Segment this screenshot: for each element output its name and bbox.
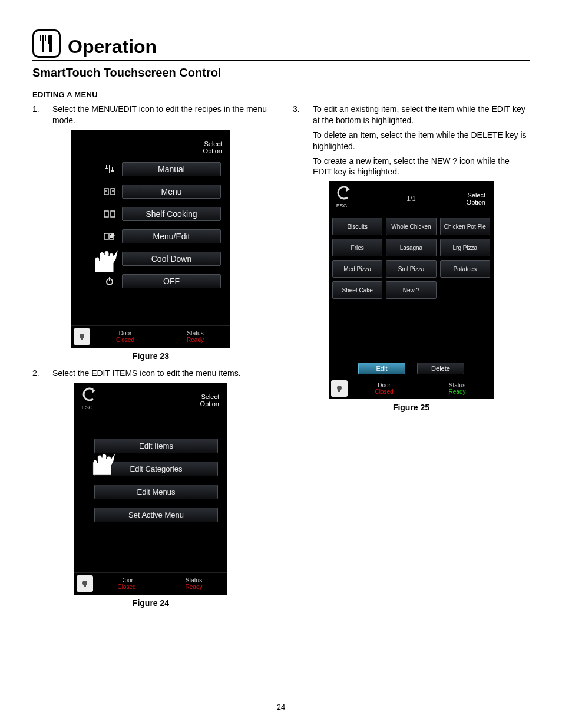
select-label-1: Select <box>203 140 222 147</box>
figure-25-caption: Figure 25 <box>293 403 530 412</box>
item-whole-chicken[interactable]: Whole Chicken <box>386 218 436 235</box>
menu-edit-icon <box>103 231 116 242</box>
pointing-hand-icon <box>87 446 112 471</box>
svg-rect-1 <box>42 35 44 41</box>
light-icon[interactable] <box>331 380 348 397</box>
subtitle: SmartTouch Touchscreen Control <box>32 66 530 80</box>
status-status: Status Ready <box>160 330 230 343</box>
select-option-label: Select Option <box>467 192 485 206</box>
status-label: Status <box>160 330 230 337</box>
menu-row[interactable]: Menu <box>103 185 221 199</box>
item-biscuits[interactable]: Biscuits <box>332 218 382 235</box>
item-sml-pizza[interactable]: Sml Pizza <box>386 260 436 278</box>
svg-point-21 <box>80 334 84 338</box>
item-potatoes[interactable]: Potatoes <box>440 260 490 278</box>
step-3c: To create a new item, select the NEW ? i… <box>293 156 530 178</box>
svg-rect-8 <box>111 170 114 172</box>
svg-rect-17 <box>104 233 108 239</box>
menu-edit-button[interactable]: Menu/Edit <box>122 229 221 243</box>
step-num: 2. <box>32 368 43 379</box>
door-label: Door <box>90 330 160 337</box>
esc-label: ESC <box>333 203 350 209</box>
item-lasagna[interactable]: Lasagna <box>386 239 436 256</box>
status-label: Status <box>421 382 494 388</box>
status-value: Ready <box>421 388 494 395</box>
select-label-2: Option <box>203 147 222 154</box>
item-new[interactable]: New ? <box>386 281 436 299</box>
status-status: Status Ready <box>160 577 227 590</box>
door-value: Closed <box>93 584 160 590</box>
step-3b: To delete an Item, select the item while… <box>293 130 530 152</box>
menu-edit-row[interactable]: Menu/Edit <box>103 229 221 243</box>
page-footer: 24 <box>32 699 530 711</box>
edit-tab[interactable]: Edit <box>358 363 405 374</box>
delete-tab[interactable]: Delete <box>417 363 464 374</box>
status-value: Ready <box>160 584 227 590</box>
step-text: Select the MENU/EDIT icon to edit the re… <box>52 104 269 126</box>
two-column-layout: 1. Select the MENU/EDIT icon to edit the… <box>32 104 530 615</box>
esc-label: ESC <box>79 404 95 410</box>
door-status: Door Closed <box>90 330 160 343</box>
status-bar: Door Closed Status Ready <box>71 325 230 348</box>
door-status: Door Closed <box>348 382 421 395</box>
svg-rect-15 <box>104 211 108 217</box>
svg-rect-0 <box>40 35 41 41</box>
svg-rect-24 <box>84 585 86 587</box>
step-1: 1. Select the MENU/EDIT icon to edit the… <box>32 104 269 126</box>
light-icon[interactable] <box>77 575 93 592</box>
svg-rect-22 <box>81 338 83 340</box>
select-label-2: Option <box>467 199 485 206</box>
item-lrg-pizza[interactable]: Lrg Pizza <box>440 239 490 256</box>
manual-button[interactable]: Manual <box>122 162 221 176</box>
esc-button[interactable]: ESC <box>79 387 95 410</box>
svg-rect-26 <box>338 390 340 392</box>
door-label: Door <box>348 382 421 388</box>
light-icon[interactable] <box>74 328 90 345</box>
item-med-pizza[interactable]: Med Pizza <box>332 260 382 278</box>
off-button[interactable]: OFF <box>122 274 221 288</box>
svg-rect-3 <box>42 41 44 52</box>
item-chicken-pot-pie[interactable]: Chicken Pot Pie <box>440 218 490 235</box>
figure-23-caption: Figure 23 <box>32 351 269 361</box>
step-2: 2. Select the EDIT ITEMS icon to edit th… <box>32 368 269 379</box>
svg-rect-7 <box>105 168 108 169</box>
door-status: Door Closed <box>93 577 160 590</box>
svg-point-25 <box>337 386 342 390</box>
figure-24-caption: Figure 24 <box>32 598 269 608</box>
select-option-label: Select Option <box>203 140 222 154</box>
select-label-1: Select <box>200 393 219 400</box>
left-column: 1. Select the MENU/EDIT icon to edit the… <box>32 104 269 615</box>
manual-icon <box>103 164 116 174</box>
shelf-cooking-row[interactable]: Shelf Cooking <box>103 207 221 221</box>
manual-row[interactable]: Manual <box>103 162 221 176</box>
status-value: Ready <box>160 337 230 343</box>
set-active-menu-button[interactable]: Set Active Menu <box>94 508 218 522</box>
step-text: To edit an existing item, select the ite… <box>313 104 530 126</box>
step-num: 3. <box>293 104 303 126</box>
step-num: 1. <box>32 104 43 126</box>
item-sheet-cake[interactable]: Sheet Cake <box>332 281 382 299</box>
utensil-icon <box>32 29 61 58</box>
touchscreen-figure-24: ESC Select Option Edit Items Edit Catego… <box>74 383 227 595</box>
step-3: 3. To edit an existing item, select the … <box>293 104 530 126</box>
svg-point-23 <box>82 581 87 585</box>
right-column: 3. To edit an existing item, select the … <box>293 104 530 615</box>
shelf-cooking-icon <box>103 209 116 219</box>
divider <box>32 60 530 61</box>
item-fries[interactable]: Fries <box>332 239 382 256</box>
touchscreen-figure-25: ESC 1/1 Select Option Biscuits Whole Chi… <box>329 181 494 399</box>
pointing-hand-icon <box>89 243 114 268</box>
cool-down-button[interactable]: Cool Down <box>122 252 221 266</box>
svg-rect-16 <box>111 211 115 217</box>
status-bar: Door Closed Status Ready <box>329 377 494 399</box>
page-header: Operation <box>32 29 530 58</box>
select-label-2: Option <box>200 400 219 407</box>
menu-button[interactable]: Menu <box>122 185 221 199</box>
status-label: Status <box>160 577 227 584</box>
shelf-cooking-button[interactable]: Shelf Cooking <box>122 207 221 221</box>
door-value: Closed <box>348 388 421 395</box>
edit-menus-button[interactable]: Edit Menus <box>94 485 218 499</box>
status-bar: Door Closed Status Ready <box>74 572 227 595</box>
status-status: Status Ready <box>421 382 494 395</box>
section-heading: EDITING A MENU <box>32 90 530 99</box>
